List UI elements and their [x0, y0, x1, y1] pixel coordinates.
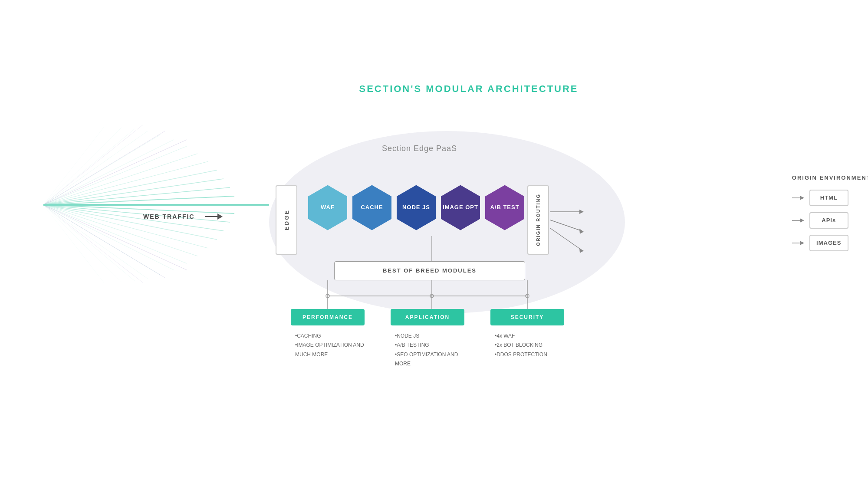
svg-line-1: [43, 196, 234, 205]
best-of-breed-label: BEST OF BREED MODULES: [383, 267, 477, 274]
hex-nodejs-label: NODE JS: [402, 204, 430, 211]
html-label: HTML: [820, 194, 838, 201]
svg-line-27: [43, 140, 187, 205]
svg-marker-54: [800, 218, 804, 223]
edge-label: EDGE: [283, 209, 290, 230]
hex-abtest: A/B TEST: [485, 185, 524, 230]
security-label: SECURITY: [511, 314, 544, 320]
svg-line-28: [43, 131, 165, 205]
svg-line-5: [43, 161, 208, 205]
hex-imageopt-label: IMAGE OPT: [443, 204, 478, 211]
svg-line-8: [43, 140, 174, 205]
svg-line-9: [43, 135, 161, 205]
images-label: IMAGES: [816, 240, 841, 246]
bullets-container: •CACHING •IMAGE OPTIMIZATION AND MUCH MO…: [291, 332, 564, 369]
hex-cache-label: CACHE: [361, 204, 383, 211]
security-bullets: •4x WAF •2x BOT BLOCKING •DDOS PROTECTIO…: [490, 332, 564, 369]
svg-line-2: [43, 187, 230, 205]
origin-env-label: ORIGIN ENVIRONMENT(S): [792, 174, 868, 181]
origin-environment: ORIGIN ENVIRONMENT(S) HTML: [792, 174, 868, 251]
svg-line-13: [43, 127, 104, 205]
edge-box: EDGE: [276, 185, 297, 255]
best-of-breed-box: BEST OF BREED MODULES: [334, 261, 525, 280]
svg-line-10: [43, 131, 148, 205]
origin-arrow-apis-icon: [792, 217, 805, 224]
origin-arrow-html-icon: [792, 194, 805, 201]
origin-box-images: IMAGES: [809, 235, 848, 251]
svg-line-11: [43, 129, 135, 205]
svg-line-24: [43, 205, 135, 281]
svg-line-26: [43, 205, 104, 283]
category-performance: PERFORMANCE: [291, 309, 365, 325]
web-traffic-label: WEB TRAFFIC: [143, 213, 194, 220]
sec-bullet-2: •2x BOT BLOCKING: [490, 341, 564, 350]
svg-marker-35: [217, 214, 223, 220]
svg-marker-52: [800, 196, 804, 200]
svg-marker-56: [800, 241, 804, 245]
svg-line-17: [43, 205, 217, 240]
perf-bullet-1: •CACHING: [291, 332, 365, 341]
sec-bullet-1: •4x WAF: [490, 332, 564, 341]
svg-line-29: [43, 125, 143, 205]
sec-bullet-3: •DDOS PROTECTION: [490, 350, 564, 360]
hexagons-container: WAF CACHE NODE JS IMAGE OPT A/B TEST: [308, 185, 524, 230]
application-label: APPLICATION: [405, 314, 450, 320]
svg-line-23: [43, 205, 148, 279]
page-title: SECTION'S MODULAR ARCHITECTURE: [359, 83, 578, 95]
svg-line-7: [43, 146, 187, 205]
origin-box-apis: APIs: [809, 212, 848, 229]
application-bullets: •NODE JS •A/B TESTING •SEO OPTIMIZATION …: [391, 332, 464, 369]
svg-point-41: [326, 294, 329, 298]
origin-routing-box: ORIGIN ROUTING: [527, 185, 549, 255]
svg-line-4: [43, 170, 217, 205]
svg-line-3: [43, 179, 224, 205]
app-bullet-1: •NODE JS: [391, 332, 464, 341]
category-application: APPLICATION: [391, 309, 464, 325]
origin-arrow-images-icon: [792, 240, 805, 246]
hex-abtest-label: A/B TEST: [490, 204, 519, 211]
traffic-arrow-icon: [205, 211, 223, 222]
performance-bullets: •CACHING •IMAGE OPTIMIZATION AND MUCH MO…: [291, 332, 365, 369]
svg-line-32: [43, 205, 143, 283]
hex-waf-label: WAF: [321, 204, 335, 211]
perf-bullet-2: •IMAGE OPTIMIZATION AND MUCH MORE: [291, 341, 365, 359]
origin-routing-label: ORIGIN ROUTING: [536, 194, 541, 246]
category-security: SECURITY: [490, 309, 564, 325]
hex-cache: CACHE: [352, 185, 391, 230]
performance-label: PERFORMANCE: [302, 314, 353, 320]
hex-imageopt: IMAGE OPT: [441, 185, 480, 230]
svg-line-12: [43, 128, 122, 205]
hex-waf: WAF: [308, 185, 347, 230]
hex-nodejs: NODE JS: [397, 185, 436, 230]
app-bullet-2: •A/B TESTING: [391, 341, 464, 350]
svg-line-6: [43, 154, 197, 205]
svg-line-25: [43, 205, 122, 282]
app-bullet-3: •SEO OPTIMIZATION AND MORE: [391, 350, 464, 369]
categories-container: PERFORMANCE APPLICATION SECURITY: [291, 309, 564, 325]
apis-label: APIs: [822, 217, 836, 223]
origin-box-html: HTML: [809, 190, 848, 206]
paas-label: Section Edge PaaS: [382, 144, 457, 153]
